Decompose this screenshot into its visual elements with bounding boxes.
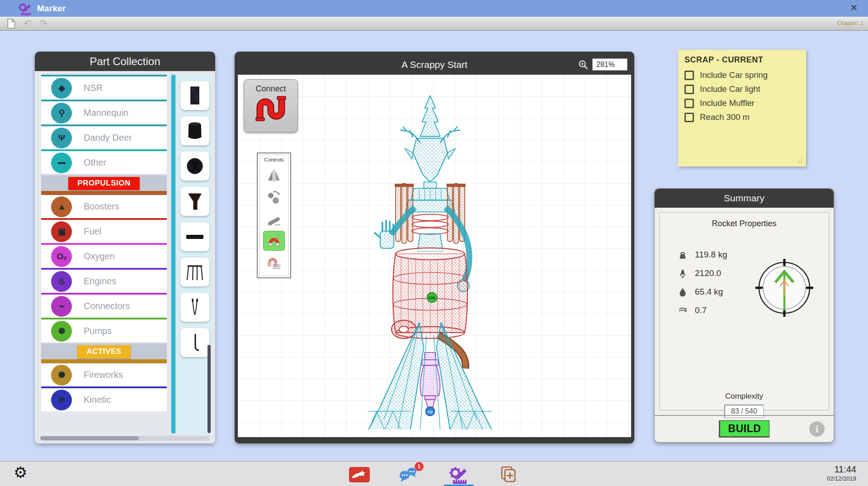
part-category-row[interactable]: ▲ Boosters Boosters [41, 193, 167, 218]
panel-vertical-scrollbar[interactable] [208, 345, 211, 433]
objective-checkbox[interactable] [684, 85, 694, 94]
part-category-row[interactable]: ▣ Fuel Fuel [41, 218, 167, 243]
objective-row: Include Car spring [684, 70, 800, 80]
part-thumbnail[interactable] [180, 293, 209, 322]
info-icon[interactable]: i [809, 421, 825, 437]
engine [420, 353, 440, 409]
rocket-wireframe: Cm Cp [352, 93, 509, 429]
part-category-row[interactable]: ✺ Fireworks Fireworks [41, 362, 167, 386]
category-list: ◈ NSR NSR ⚲ Mannequin Mannequin Ψ [41, 75, 167, 411]
marker-app-window: Marker × ↶ ↷ Chapter: 1 Part Collection … [0, 0, 868, 486]
control-tool[interactable] [264, 253, 284, 272]
build-canvas-panel: A Scrappy Start Connect Controls [235, 52, 634, 443]
category-icon: ⌁ [51, 296, 72, 317]
scrap-note-title: SCRAP - CURRENT [684, 55, 800, 65]
rocket-properties-title: Rocket Properties [660, 219, 829, 229]
deer-head [413, 138, 447, 182]
objective-checkbox[interactable] [684, 99, 694, 108]
canvas-title: A Scrappy Start [401, 59, 467, 70]
undo-icon[interactable]: ↶ [24, 18, 32, 29]
settings-gear-icon[interactable]: ⚙ [14, 463, 27, 481]
part-category-row[interactable]: ⚛ Kinetic Kinetic [41, 386, 167, 411]
taskbar: ⚙ 1 11:44 02/12/2019 [0, 461, 868, 486]
drag [678, 305, 688, 315]
connect-button[interactable]: Connect [244, 79, 298, 133]
zoom-level-input[interactable] [592, 58, 627, 71]
category-label: Oxygen [84, 251, 115, 262]
part-category-row[interactable]: Ψ Dandy Deer Dandy Deer [41, 124, 167, 149]
part-category-row[interactable]: ⚲ Mannequin Mannequin [41, 100, 167, 124]
part-thumbnail[interactable] [180, 328, 209, 357]
part-category-row[interactable]: ••• Other Other [41, 149, 167, 174]
category-icon: ▣ [51, 221, 72, 242]
booster-icon: ▲ [57, 202, 66, 212]
category-icon: O₂ [51, 246, 72, 267]
panel-horizontal-scrollbar[interactable] [40, 436, 210, 441]
part-thumbnail[interactable] [180, 152, 209, 181]
category-label: Fireworks [84, 370, 123, 380]
category-label: Dandy Deer [84, 133, 132, 143]
category-icon: ✺ [51, 365, 72, 386]
part-category-row[interactable]: ♨ Engines Engines [41, 268, 167, 293]
pipe-icon [254, 94, 288, 123]
torus [392, 320, 416, 338]
crown-spire [420, 95, 440, 136]
pump-icon: ☸ [58, 326, 65, 336]
new-file-icon[interactable] [6, 18, 16, 29]
thumbnail-scrollbar[interactable] [171, 75, 176, 434]
deer-icon: Ψ [58, 133, 65, 143]
category-label: Mannequin [84, 108, 128, 118]
part-category-row[interactable]: ◈ NSR NSR [41, 75, 167, 100]
svg-text:Cp: Cp [427, 410, 433, 414]
category-label: NSR [84, 83, 103, 93]
part-thumbnail[interactable] [180, 257, 209, 286]
part-thumbnail[interactable] [180, 116, 209, 145]
control-tool[interactable] [264, 166, 284, 185]
scrap-note: SCRAP - CURRENT Include Car spring Inclu… [678, 50, 806, 167]
category-label: Boosters [84, 201, 119, 212]
redo-icon[interactable]: ↷ [39, 18, 47, 29]
mass [678, 250, 688, 260]
zoom-icon[interactable] [578, 59, 589, 70]
category-icon: ⚛ [51, 390, 72, 410]
part-thumbnail[interactable] [180, 187, 209, 216]
part-thumbnail[interactable] [180, 81, 209, 110]
engine-icon: ♨ [58, 276, 65, 286]
part-category-row[interactable]: ACTIVES ACTIVES [41, 343, 167, 362]
control-tool[interactable] [264, 231, 284, 250]
category-icon: ▲ [51, 196, 72, 217]
property-value: 0.7 [695, 305, 707, 315]
part-thumbnail-list [178, 75, 212, 434]
property-row: 2120.0 [678, 264, 727, 282]
summary-panel: Summary Rocket Properties 119.8 kg 2120.… [654, 188, 834, 443]
category-label: Engines [84, 276, 116, 286]
category-label: Kinetic [84, 395, 111, 405]
property-value: 65.4 kg [695, 287, 723, 297]
control-tool[interactable] [264, 188, 284, 207]
part-category-row[interactable]: ☸ Pumps Pumps [41, 318, 167, 343]
build-button[interactable]: BUILD [719, 420, 769, 438]
property-row: 119.8 kg [678, 245, 727, 264]
part-category-row[interactable]: PROPULSION PROPULSION [41, 174, 167, 193]
kinetic-icon: ⚛ [58, 395, 65, 405]
cube-icon: ◈ [58, 83, 65, 93]
property-row: 65.4 kg [678, 282, 727, 301]
connector-icon: ⌁ [59, 301, 64, 311]
objective-label: Include Car spring [700, 70, 768, 80]
control-tool[interactable] [264, 210, 284, 229]
part-category-row[interactable]: O₂ Oxygen Oxygen [41, 243, 167, 268]
section-ribbon: PROPULSION [68, 177, 139, 190]
objective-checkbox[interactable] [684, 113, 694, 122]
part-thumbnail[interactable] [180, 222, 209, 251]
controls-palette: Controls [257, 152, 291, 278]
svg-text:Cm: Cm [429, 295, 435, 300]
note-resize-handle[interactable] [801, 162, 802, 163]
category-label: Pumps [84, 326, 112, 336]
category-label: Connectors [84, 301, 130, 311]
chapter-label: Chapter: 1 [837, 20, 863, 26]
canvas-workspace[interactable]: Connect Controls [238, 75, 631, 437]
close-icon[interactable]: × [847, 0, 861, 15]
mannequin-icon: ⚲ [59, 108, 65, 118]
part-category-row[interactable]: ⌁ Connectors Connectors [41, 293, 167, 318]
objective-checkbox[interactable] [684, 71, 694, 80]
